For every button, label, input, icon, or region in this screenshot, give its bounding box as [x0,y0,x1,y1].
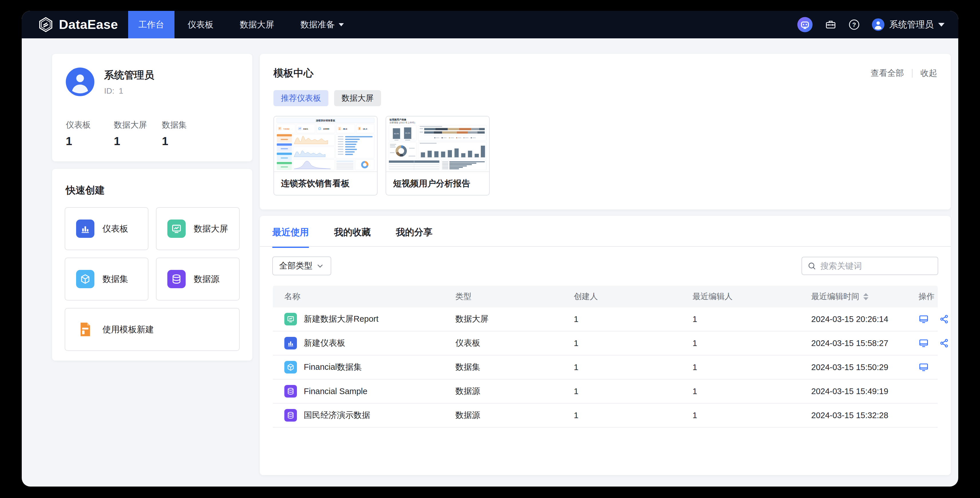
table-header: 名称 类型 创建人 最近编辑人 最近编辑时间 操作 [273,286,938,307]
chevron-down-icon [316,262,325,270]
table-row[interactable]: 新建数据大屏Report 数据大屏 1 1 2024-03-15 20:26:1… [273,307,938,331]
search-icon [807,261,816,270]
table-row[interactable]: 新建仪表板 仪表板 1 1 2024-03-15 15:58:27 [273,331,938,356]
col-creator: 创建人 [562,286,681,307]
tab-recently-used[interactable]: 最近使用 [272,226,309,248]
toolbox-icon[interactable] [825,19,837,30]
help-icon[interactable]: ? [848,19,860,30]
template-card-video-analysis[interactable]: 短视频用户画像 分析报告 (2022 年上半年) 30.4% 33.2% [386,116,490,195]
dataset-cube-icon [284,361,297,374]
stat-screen: 数据大屏 1 [114,119,162,148]
share-icon[interactable] [939,338,950,348]
ai-assistant-icon[interactable] [797,16,813,33]
stat-dataset: 数据集 1 [162,119,210,148]
col-editor: 最近编辑人 [681,286,800,307]
user-menu[interactable]: 系统管理员 [872,18,945,31]
tabs-divider [260,246,951,247]
table-row[interactable]: Financial Sample 数据源 1 1 2024-03-15 15:4… [273,380,938,404]
nav-tab-data-prep[interactable]: 数据准备 [287,11,357,38]
collapse-link[interactable]: 收起 [921,67,937,79]
top-navbar: DataEase 工作台 仪表板 数据大屏 数据准备 [22,11,958,38]
nav-tab-workspace[interactable]: 工作台 [128,11,175,38]
svg-text:48.6: 48.6 [343,128,348,130]
template-thumbnail-tea-sales: 连锁茶饮销售看板 72682 4421 10099 48.6 16. [274,117,377,171]
svg-text:16.4: 16.4 [363,128,367,130]
preview-display-icon[interactable] [918,338,929,348]
profile-card: 系统管理员 ID: 1 仪表板 1 数据大屏 1 数据集 1 [52,54,252,161]
sort-icon[interactable] [863,293,869,300]
preview-display-icon[interactable] [918,362,929,372]
recent-card: 最近使用 我的收藏 我的分享 全部类型 名称 类型 创建人 最近编辑人 最近 [260,216,951,475]
profile-id: ID: 1 [104,86,154,96]
profile-stats: 仪表板 1 数据大屏 1 数据集 1 [66,119,239,148]
col-edit-time: 最近编辑时间 [800,286,907,307]
svg-text:33.2%: 33.2% [405,132,410,134]
svg-text:短视频用户画像: 短视频用户画像 [389,118,406,121]
create-dataset-button[interactable]: 数据集 [65,258,148,300]
template-center-title: 模板中心 [274,66,313,80]
recent-table: 名称 类型 创建人 最近编辑人 最近编辑时间 操作 新建数据大屏Report 数… [273,286,938,428]
svg-text:4421: 4421 [303,128,309,130]
template-card-tea-sales[interactable]: 连锁茶饮销售看板 72682 4421 10099 48.6 16. [274,116,378,195]
tab-my-shares[interactable]: 我的分享 [396,226,433,248]
profile-name: 系统管理员 [104,69,154,82]
chip-data-screens[interactable]: 数据大屏 [334,90,381,106]
brand: DataEase [22,17,122,33]
navbar-actions: ? 系统管理员 [797,16,958,33]
nav-tab-screen[interactable]: 数据大屏 [227,11,287,38]
user-name: 系统管理员 [889,19,934,30]
recent-tabs: 最近使用 我的收藏 我的分享 [272,226,938,248]
svg-text:10099: 10099 [323,128,329,130]
dataset-cube-icon [76,270,94,288]
dataease-logo-icon [38,17,54,33]
datasource-db-icon [284,385,297,397]
search-input[interactable] [820,261,923,271]
col-type: 类型 [444,286,562,307]
nav-tab-dashboard[interactable]: 仪表板 [175,11,227,38]
dashboard-icon [76,220,94,238]
type-filter-select[interactable]: 全部类型 [272,257,331,275]
table-row[interactable]: 国民经济演示数据 数据源 1 1 2024-03-15 15:32:28 [273,404,938,428]
brand-name: DataEase [59,17,118,32]
create-from-template-button[interactable]: 使用模板新建 [65,308,240,351]
table-row[interactable]: Financial数据集 数据集 1 1 2024-03-15 15:50:29 [273,356,938,380]
quick-create-title: 快速创建 [66,184,240,197]
divider [912,69,913,78]
datasource-db-icon [284,409,297,421]
search-box[interactable] [802,257,938,275]
create-dashboard-button[interactable]: 仪表板 [65,207,148,250]
stat-dashboard: 仪表板 1 [66,119,114,148]
view-all-link[interactable]: 查看全部 [871,67,904,79]
chevron-down-icon [339,23,344,26]
data-screen-icon [167,220,186,238]
tab-my-favorites[interactable]: 我的收藏 [334,226,371,248]
svg-text:30.4%: 30.4% [394,132,399,134]
create-datasource-button[interactable]: 数据源 [156,258,240,300]
app-window: DataEase 工作台 仪表板 数据大屏 数据准备 [22,11,958,487]
chip-recommended-dashboards[interactable]: 推荐仪表板 [274,90,328,106]
col-name: 名称 [273,286,444,307]
svg-text:72682: 72682 [283,128,290,130]
avatar [872,18,885,31]
nav-tabs: 工作台 仪表板 数据大屏 数据准备 [128,11,357,38]
col-actions: 操作 [907,286,938,307]
share-icon[interactable] [939,314,950,324]
chevron-down-icon [938,23,945,27]
svg-text:?: ? [852,21,856,28]
template-thumbnail-video-analysis: 短视频用户画像 分析报告 (2022 年上半年) 30.4% 33.2% [386,117,489,171]
preview-display-icon[interactable] [918,314,929,324]
quick-create-card: 快速创建 仪表板 数据大屏 数据集 [52,169,252,361]
svg-text:连锁茶饮销售看板: 连锁茶饮销售看板 [315,119,335,122]
svg-text:分析报告 (2022 年上半年): 分析报告 (2022 年上半年) [390,121,415,124]
template-filter-chips: 推荐仪表板 数据大屏 [274,90,937,106]
datasource-db-icon [167,270,186,288]
template-card-title: 短视频用户分析报告 [386,171,489,195]
create-screen-button[interactable]: 数据大屏 [156,207,240,250]
template-page-icon [76,320,94,338]
profile-avatar [66,67,94,96]
dashboard-icon [284,337,297,350]
template-center-card: 模板中心 查看全部 收起 推荐仪表板 数据大屏 连锁茶饮销售看板 [260,54,951,209]
data-screen-icon [284,313,297,326]
template-card-title: 连锁茶饮销售看板 [274,171,377,195]
